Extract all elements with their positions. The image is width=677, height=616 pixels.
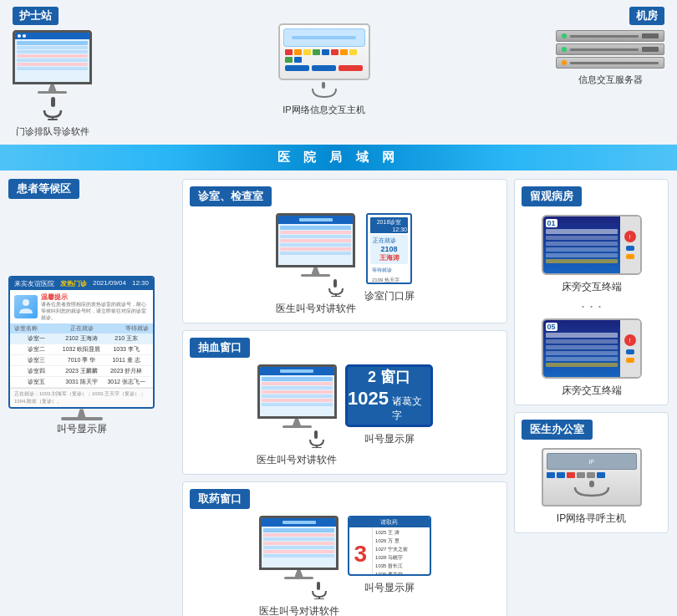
emergency-button[interactable]: ! xyxy=(624,231,636,242)
queue-photo-row: 温馨提示 请各位患者按照相应的发热诊室的就诊号，耐心等候叫到您的就诊号时，请立即… xyxy=(10,290,153,323)
mic-btn-1[interactable] xyxy=(547,472,555,478)
software-label: 门诊排队导诊软件 xyxy=(16,125,89,138)
dots-separator: · · · xyxy=(522,298,661,315)
doctor-call-device: 医生叫号对讲软件 xyxy=(276,213,356,316)
bedside-panel-1: ! xyxy=(620,216,640,273)
center-section: IP网络信息交互主机 xyxy=(278,23,370,116)
emergency-button-2[interactable]: ! xyxy=(624,334,636,346)
list-item: 1027 宁夫之前 xyxy=(375,546,426,553)
queue-col-header: 诊室名称 正在就诊 等待就诊 xyxy=(10,323,153,333)
software-device: 门诊排队导诊软件 xyxy=(13,30,92,138)
door-screen-header: 2018诊室 12:30 xyxy=(370,217,408,233)
queue-header: 来宾友谊医院 发热门诊 2021/09/04 12:30 xyxy=(10,277,153,290)
top-section: 护士站 xyxy=(0,0,677,145)
table-row: 诊室一 2102 王海涛 210 王东 xyxy=(10,333,153,344)
svg-rect-11 xyxy=(317,582,320,590)
queue-display-device: 来宾友谊医院 发热门诊 2021/09/04 12:30 温馨提示 xyxy=(8,276,155,436)
observation-section: 留观病房 01 ! xyxy=(514,179,669,405)
ip-unit-device: IP网络信息交互主机 xyxy=(278,23,370,116)
table-row: 诊室五 3031 陈天宇 3012 张志飞一 xyxy=(10,377,153,388)
mic-btn-4[interactable] xyxy=(577,472,585,478)
table-row: 诊室二 1032 欧阳显晨 1033 李飞 xyxy=(10,344,153,355)
nurse-station-label: 护士站 xyxy=(13,7,59,25)
mic-btn-3[interactable] xyxy=(567,472,575,478)
middle-section: 诊室、检查室 xyxy=(182,179,507,616)
patient-waiting-section: 患者等候区 来宾友谊医院 发热门诊 2021/09/04 12:30 xyxy=(8,179,176,616)
medicine-call-label: 医生叫号对讲软件 xyxy=(259,604,339,616)
medicine-window-section: 取药窗口 xyxy=(182,481,507,616)
table-row: 诊室四 2023 王麟麟 2023 舒月林 xyxy=(10,366,153,377)
svg-rect-2 xyxy=(48,119,58,120)
med-window-screen: 请取药 3 1025 王 涛 1026 万 里 1027 宁夫之前 1028 马… xyxy=(348,516,431,576)
mic-btn-2[interactable] xyxy=(557,472,565,478)
col3: 等待就诊 xyxy=(125,324,149,333)
room-num: 2018诊室 xyxy=(377,219,402,225)
exam-room-label: 诊室、检查室 xyxy=(190,186,272,206)
room-door-screen-label: 诊室门口屏 xyxy=(364,289,415,303)
bedside1-device: 01 ! 床旁交互终端 xyxy=(522,215,661,294)
notice-label: 温馨提示 xyxy=(41,293,149,302)
nurse-station-devices: 门诊排队导诊软件 xyxy=(13,30,92,138)
panel-button-2[interactable] xyxy=(626,254,634,259)
mic-btn-5[interactable] xyxy=(587,472,595,478)
svg-rect-14 xyxy=(589,481,594,487)
queue-time: 12:30 xyxy=(132,279,149,288)
table-row: 诊室三 7010 季 华 1011 童 志 xyxy=(10,355,153,366)
bedside-terminal-1: 01 ! xyxy=(542,215,642,275)
med-display-label: 叫号显示屏 xyxy=(364,581,415,595)
monitor-display xyxy=(13,30,92,120)
nurse-station-section: 护士站 xyxy=(13,7,92,138)
list-item: 1028 马晓宇 xyxy=(375,554,426,562)
bed-num-2: 05 xyxy=(546,323,557,331)
ip-mic-screen: IP xyxy=(547,453,637,470)
machine-room-section: 机房 信息交互服务器 xyxy=(556,7,664,86)
svg-point-4 xyxy=(23,299,29,306)
svg-rect-13 xyxy=(314,598,324,599)
call-display-screen-label: 叫号显示屏 xyxy=(8,422,155,436)
svg-rect-7 xyxy=(331,296,341,297)
panel-button-3[interactable] xyxy=(626,349,634,354)
blood-call-label: 医生叫号对讲软件 xyxy=(257,453,337,467)
hospital-name: 来宾友谊医院 xyxy=(14,279,54,288)
col1: 诊室名称 xyxy=(14,324,38,333)
medicine-monitor xyxy=(259,516,338,599)
network-bar: 医 院 局 域 网 xyxy=(0,145,677,171)
blood-patient-num: 1025 xyxy=(348,388,389,410)
panel-button-4[interactable] xyxy=(626,358,634,363)
queue-footer: 正在就诊：1003.刘海军（复诊）；1003.王天字（复诊）；1004.陈前（复… xyxy=(10,388,153,407)
current-label: 正在就诊 xyxy=(373,237,405,245)
current-num: 2108 xyxy=(373,245,405,253)
waiting-label: 等待就诊 xyxy=(370,266,408,275)
panel-button-1[interactable] xyxy=(626,246,634,251)
medicine-window-label: 取药窗口 xyxy=(190,489,250,509)
clinic-type: 发热门诊 xyxy=(60,279,87,288)
machine-room-label: 机房 xyxy=(629,7,664,25)
svg-rect-5 xyxy=(333,279,337,288)
mic-btn-6[interactable] xyxy=(597,472,605,478)
observation-label: 留观病房 xyxy=(522,186,582,206)
svg-rect-8 xyxy=(314,430,318,439)
ip-unit-label: IP网络信息交互主机 xyxy=(283,104,364,116)
call-display-label: 叫号显示屏 xyxy=(364,432,415,446)
window-num: 2 窗口 xyxy=(368,369,410,384)
exam-room-devices: 医生叫号对讲软件 2018诊室 12:30 正在就诊 2108 王海涛 xyxy=(190,213,500,316)
door-current-section: 正在就诊 2108 王海涛 xyxy=(370,235,408,264)
blood-call-device: 医生叫号对讲软件 xyxy=(257,364,337,467)
blood-monitor xyxy=(257,364,337,448)
bedside-label-1: 床旁交互终端 xyxy=(562,280,622,294)
door-screen-device: 2018诊室 12:30 正在就诊 2108 王海涛 等待就诊 2109 热天字… xyxy=(364,213,415,303)
desk-mic xyxy=(41,95,64,120)
patient-photo xyxy=(14,295,38,318)
blood-devices: 医生叫号对讲软件 2 窗口 1025 诸葛文字 叫号显示屏 xyxy=(190,364,500,467)
queue-date: 2021/09/04 xyxy=(93,279,126,288)
queue-info: 温馨提示 请各位患者按照相应的发热诊室的就诊号，耐心等候叫到您的就诊号时，请立即… xyxy=(41,293,149,321)
med-body: 3 1025 王 涛 1026 万 里 1027 宁夫之前 1028 马晓宇 1… xyxy=(349,527,430,576)
list-item: 1035 苗长江 xyxy=(375,563,426,570)
bedside-terminal-2: 05 ! xyxy=(542,318,642,379)
bedside2-device: 05 ! 床旁交互终端 xyxy=(522,318,661,398)
blood-window-section: 抽血窗口 xyxy=(182,330,507,475)
window-number-display: 2 窗口 1025 诸葛文字 xyxy=(345,364,433,427)
svg-rect-3 xyxy=(322,82,325,89)
bed-num-1: 01 xyxy=(546,219,557,227)
main-content: 患者等候区 来宾友谊医院 发热门诊 2021/09/04 12:30 xyxy=(0,171,677,616)
